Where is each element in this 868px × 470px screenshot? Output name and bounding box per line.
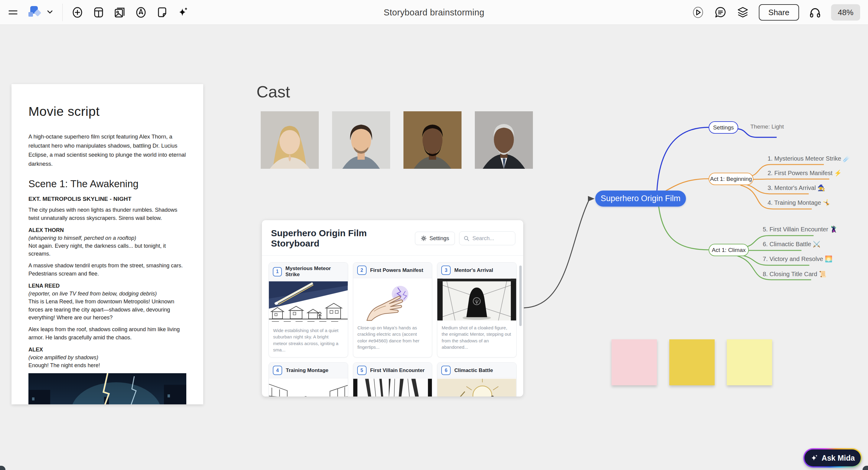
- card-title: Mentor's Arrival: [454, 268, 493, 274]
- card-title: Training Montage: [286, 368, 329, 374]
- card-title: First Powers Manifest: [370, 268, 424, 274]
- sticky-note-gold[interactable]: [669, 339, 715, 385]
- mindmap-theme-label[interactable]: Theme: Light: [750, 123, 784, 130]
- mindmap-item-6[interactable]: 6. Climactic Battle ⚔️: [763, 241, 820, 248]
- scene-heading: Scene 1: The Awakening: [28, 178, 186, 190]
- storyboard-card-5[interactable]: 5 First Villain Encounter: [353, 362, 433, 397]
- scene-slugline: EXT. METROPOLIS SKYLINE - NIGHT: [28, 196, 186, 202]
- mindmap-act1-node[interactable]: Act 1: Beginning: [709, 173, 753, 185]
- gear-icon: [421, 235, 427, 241]
- card-title: Mysterious Meteor Strike: [285, 265, 344, 278]
- mindmap-item-1[interactable]: 1. Mysterious Meteor Strike ☄️: [768, 155, 850, 162]
- image-icon[interactable]: [114, 6, 126, 19]
- whiteboard-canvas[interactable]: Movie script A high-octane superhero fil…: [0, 25, 868, 470]
- dialogue-line: This is Lena Reed, live from downtown Me…: [28, 297, 186, 321]
- dialogue-block: ALEX (voice amplified by shadows) Enough…: [28, 346, 186, 369]
- mindmap-item-2[interactable]: 2. First Powers Manifest ⚡: [768, 169, 842, 177]
- top-toolbar: Storyboard brainstorming Share 48%: [0, 0, 868, 25]
- card-sketch-meteor: [269, 281, 348, 324]
- parenthetical: (reporter, on live TV feed from below, d…: [28, 290, 186, 297]
- parenthetical: (whispering to himself, perched on a roo…: [28, 234, 186, 242]
- cast-heading: Cast: [256, 82, 290, 101]
- dialogue-block: ALEX THORN (whispering to himself, perch…: [28, 226, 186, 258]
- card-number-badge: 1: [273, 267, 282, 276]
- comments-icon[interactable]: [714, 6, 727, 19]
- add-circle-icon[interactable]: [71, 6, 84, 19]
- dialogue-line: Enough! The night ends here!: [28, 362, 186, 369]
- mindmap-item-7[interactable]: 7. Victory and Resolve 🌅: [763, 255, 832, 262]
- cast-photo-3[interactable]: [403, 111, 462, 169]
- script-action: The city pulses with neon lights as thun…: [28, 206, 186, 222]
- search-icon: [464, 236, 469, 241]
- dialogue-line: Not again. Every night, the darkness cal…: [28, 242, 186, 258]
- board-switcher[interactable]: [28, 5, 54, 20]
- script-intro: A high-octane superhero film script feat…: [28, 132, 186, 168]
- card-title: First Villain Encounter: [370, 368, 425, 374]
- storyboard-search[interactable]: [459, 231, 515, 245]
- card-caption: Medium shot of a cloaked figure, the eni…: [437, 321, 516, 354]
- character-name: LENA REED: [28, 282, 186, 290]
- mindmap-settings-node[interactable]: Settings: [709, 121, 738, 134]
- storyboard-card-1[interactable]: 1 Mysterious Meteor Strike: [269, 262, 348, 357]
- card-caption: Wide establishing shot of a quiet suburb…: [269, 324, 348, 357]
- mindmap-act2-node[interactable]: Act 1: Climax: [709, 244, 749, 256]
- storyboard-title: Superhero Origin Film Storyboard: [271, 228, 415, 249]
- mindmap-item-5[interactable]: 5. First Villain Encounter 🦹: [763, 226, 837, 233]
- card-sketch-hand: [353, 278, 432, 321]
- card-sketch-battle: [437, 378, 516, 397]
- sticky-note-icon[interactable]: [156, 6, 168, 19]
- mindmap-item-3[interactable]: 3. Mentor's Arrival 🧙: [768, 184, 825, 191]
- storyboard-panel[interactable]: Superhero Origin Film Storyboard Setting…: [262, 220, 523, 397]
- present-play-icon[interactable]: [692, 6, 704, 19]
- cast-photo-1[interactable]: [261, 111, 319, 169]
- ai-sparkles-icon[interactable]: [177, 6, 190, 19]
- storyboard-card-2[interactable]: 2 First Powers Manifest Close-up on Maya…: [353, 262, 433, 357]
- storyboard-card-3[interactable]: 3 Mentor's Arrival: [437, 262, 517, 357]
- card-sketch-training: [269, 378, 348, 397]
- ask-mida-button[interactable]: Ask Mida: [803, 448, 862, 468]
- script-action: Alex leaps from the roof, shadows coilin…: [28, 325, 186, 342]
- share-button[interactable]: Share: [759, 4, 799, 21]
- card-number-badge: 3: [441, 265, 451, 275]
- mindmap-center-node[interactable]: Superhero Origin Film: [595, 191, 686, 207]
- layers-icon[interactable]: [737, 6, 749, 19]
- cast-photo-2[interactable]: [332, 111, 390, 169]
- ask-mida-label: Ask Mida: [822, 454, 855, 463]
- search-input[interactable]: [472, 235, 509, 242]
- movie-script-document[interactable]: Movie script A high-octane superhero fil…: [11, 84, 203, 404]
- draw-icon[interactable]: [134, 6, 147, 19]
- headphones-icon[interactable]: [809, 6, 822, 19]
- settings-label: Settings: [430, 235, 449, 242]
- sticky-note-yellow[interactable]: [727, 339, 772, 385]
- mindmap-item-8[interactable]: 8. Closing Title Card 📜: [763, 271, 827, 278]
- sticky-note-pink[interactable]: [612, 339, 657, 385]
- character-name: ALEX: [28, 346, 186, 353]
- card-number-badge: 2: [357, 265, 367, 275]
- storyboard-scrollbar[interactable]: [519, 265, 522, 326]
- cast-photo-4[interactable]: [475, 111, 533, 169]
- app-logo: [28, 5, 42, 20]
- card-sketch-villain: [353, 378, 432, 397]
- template-icon[interactable]: [92, 6, 105, 19]
- mindmap-item-4[interactable]: 4. Training Montage 🤸: [768, 199, 830, 206]
- storyboard-cards: 1 Mysterious Meteor Strike: [262, 256, 523, 397]
- chevron-down-icon: [46, 8, 54, 17]
- zoom-level-badge[interactable]: 48%: [831, 4, 860, 21]
- storyboard-card-4[interactable]: 4 Training Montage: [269, 362, 348, 397]
- card-number-badge: 6: [441, 366, 451, 375]
- card-number-badge: 4: [273, 366, 282, 375]
- storyboard-card-6[interactable]: 6 Climactic Battle: [437, 362, 517, 397]
- parenthetical: (voice amplified by shadows): [28, 353, 186, 362]
- card-number-badge: 5: [357, 366, 367, 375]
- card-title: Climactic Battle: [454, 368, 493, 374]
- card-sketch-mentor: [437, 278, 516, 321]
- window-corner-right: [863, 466, 868, 470]
- dialogue-block: LENA REED (reporter, on live TV feed fro…: [28, 282, 186, 321]
- card-caption: Close-up on Maya's hands as crackling el…: [353, 321, 432, 354]
- toolbar-divider: [62, 4, 63, 21]
- menu-icon[interactable]: [7, 6, 19, 19]
- storyboard-settings-button[interactable]: Settings: [415, 232, 455, 245]
- character-name: ALEX THORN: [28, 226, 186, 234]
- window-corner-left: [0, 466, 5, 470]
- script-scene-image: [28, 373, 186, 404]
